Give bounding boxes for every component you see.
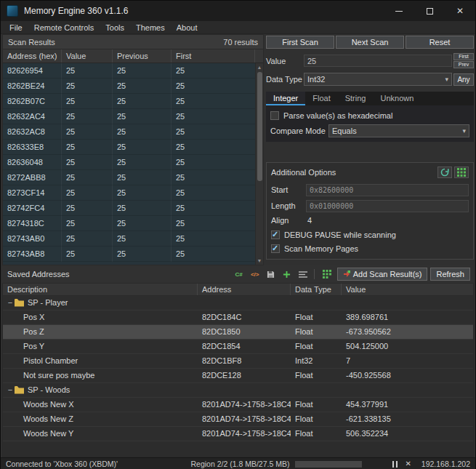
scan-result-row[interactable]: 82743AB8252525 [3,246,263,262]
saved-address-row[interactable]: Woods New X8201AD74->1758->18C4->144->11… [3,398,473,412]
scan-result-row[interactable]: 8272ABB8252525 [3,170,263,185]
data-type-select[interactable]: Int32 ▾ [304,73,452,86]
scan-memory-pages-checkbox[interactable]: Scan Memory Pages [271,242,469,254]
list-icon [299,270,307,278]
cell-data-type: Float [291,310,342,324]
maximize-button[interactable] [414,1,445,21]
pause-icon[interactable] [392,461,398,468]
column-header-address[interactable]: Address [198,284,291,295]
column-header-value[interactable]: Value [342,284,473,295]
first-scan-button[interactable]: First Scan [266,36,334,49]
saved-group-row[interactable]: −SP - Player [3,296,473,310]
value-input[interactable] [304,55,452,67]
cell-previous: 25 [113,124,172,140]
compare-mode-select[interactable]: Equals ▾ [328,124,469,137]
tab-unknown[interactable]: Unknown [373,92,421,105]
cell-address: 8201AD74->1758->18C4->144->118->11C [198,398,291,412]
prev-value-button[interactable]: Prev [453,61,474,68]
refresh-saved-button[interactable]: Refresh [430,268,470,281]
cell-value: -621.338135 [342,412,473,426]
any-type-button[interactable]: Any [453,73,474,86]
scan-result-row[interactable]: 8273CF14252525 [3,185,263,201]
memory-view-button[interactable] [320,268,334,281]
add-entry-button[interactable] [280,268,294,281]
scan-result-row[interactable]: 82632AC4252525 [3,109,263,124]
column-header-first[interactable]: First [172,49,255,63]
chevron-down-icon: ▾ [462,127,466,135]
edit-list-button[interactable] [296,268,310,281]
menu-themes[interactable]: Themes [130,23,171,33]
cell-previous: 25 [113,140,172,155]
xml-export-button[interactable]: </> [248,268,262,281]
scan-result-row[interactable]: 826333E8252525 [3,140,263,155]
saved-address-row[interactable]: Pistol Chamber82DC1BF8Int327 [3,354,473,369]
description-label: Pos Y [23,340,44,353]
cell-data-type: Int32 [291,354,342,368]
saved-address-row[interactable]: Pos Y82DC1854Float504.125000 [3,340,473,354]
collapse-icon[interactable]: − [6,383,15,397]
debug-pause-checkbox[interactable]: DEBUG PAUSE while scanning [271,228,469,241]
scan-result-row[interactable]: 8262BE24252525 [3,79,263,94]
saved-group-row[interactable]: −SP - Woods [3,383,473,398]
align-value[interactable]: 4 [306,216,312,225]
column-header-address[interactable]: Address (hex) [3,49,62,63]
minimize-button[interactable] [384,1,414,21]
start-label: Start [271,185,306,194]
scan-result-row[interactable]: 82743AB0252525 [3,231,263,246]
scrollbar-thumb[interactable] [257,72,262,181]
saved-address-row[interactable]: Woods New Y8201AD74->1758->18C4->144->11… [3,427,473,441]
column-header-data-type[interactable]: Data Type [291,284,342,295]
first-value-button[interactable]: First [453,53,474,60]
start-address-input[interactable] [306,184,469,196]
cell-address: 8273CF14 [3,185,62,201]
save-button[interactable] [264,268,278,281]
menu-tools[interactable]: Tools [100,23,130,33]
description-label: Pos Z [23,325,44,339]
next-scan-button[interactable]: Next Scan [336,36,404,49]
column-header-description[interactable]: Description [3,284,198,295]
cell-address [198,296,291,310]
cell-value: 25 [62,170,113,185]
scan-result-row[interactable]: 82626954252525 [3,63,263,79]
menu-file[interactable]: File [4,23,28,33]
reset-button[interactable]: Reset [406,36,474,49]
folder-icon [15,299,24,307]
tab-string[interactable]: String [338,92,374,105]
cancel-icon[interactable]: ✕ [405,460,411,468]
scroll-down-icon[interactable]: ▼ [256,257,263,265]
tab-float[interactable]: Float [305,92,337,105]
cell-data-type: Float [291,340,342,353]
cell-previous: 25 [113,185,172,201]
close-button[interactable]: ✕ [445,1,475,21]
tab-integer[interactable]: Integer [266,92,305,105]
menu-about[interactable]: About [171,23,203,33]
cell-data-type: Float [291,369,342,382]
scan-result-row[interactable]: 82636048252525 [3,155,263,170]
saved-address-row[interactable]: Woods New Z8201AD74->1758->18C4->144->11… [3,412,473,427]
collapse-icon[interactable]: − [6,296,15,310]
memory-regions-button[interactable] [454,167,469,178]
saved-address-row[interactable]: Pos X82DC184CFloat389.698761 [3,310,473,325]
checkbox-checked-icon [271,231,280,239]
add-scan-results-button[interactable]: Add Scan Result(s) [337,268,428,281]
scan-result-row[interactable]: 82632AC8252525 [3,124,263,140]
column-header-previous[interactable]: Previous [113,49,172,63]
column-header-value[interactable]: Value [62,49,113,63]
refresh-options-button[interactable] [437,167,452,178]
csharp-codegen-button[interactable]: C# [232,268,246,281]
integer-tab-content: Parse value(s) as hexadecimal Compare Mo… [266,105,474,142]
scroll-up-icon[interactable]: ▲ [256,63,263,71]
scan-result-row[interactable]: 82742FC4252525 [3,201,263,216]
parse-hex-checkbox[interactable]: Parse value(s) as hexadecimal [270,109,469,121]
menu-remote-controls[interactable]: Remote Controls [28,23,100,33]
length-input[interactable] [306,200,469,212]
saved-addresses-column-headers: Description Address Data Type Value [2,283,474,296]
scan-results-scrollbar[interactable]: ▲ ▼ [255,63,263,265]
saved-address-row[interactable]: Not sure pos maybe82DCE128Float-450.9255… [3,369,473,383]
scan-result-row[interactable]: 8274318C252525 [3,216,263,231]
window-controls: ✕ [384,1,475,21]
cell-address [198,383,291,397]
scan-result-row[interactable]: 8262B07C252525 [3,94,263,109]
length-label: Length [271,201,306,210]
saved-address-row[interactable]: Pos Z82DC1850Float-673.950562 [3,325,473,340]
